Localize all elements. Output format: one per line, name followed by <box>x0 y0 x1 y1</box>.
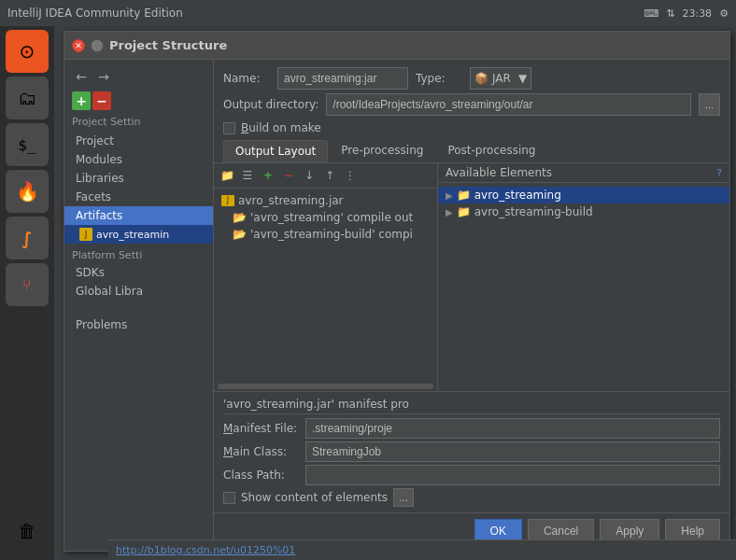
tree-scrollbar[interactable] <box>218 384 433 389</box>
manifest-title: 'avro_streaming.jar' manifest pro <box>223 398 720 414</box>
tree-remove-btn[interactable]: − <box>279 166 298 185</box>
tab-preprocessing[interactable]: Pre-processing <box>330 140 434 162</box>
main-class-row: Main Class: <box>223 441 720 462</box>
tab-output-layout[interactable]: Output Layout <box>223 140 328 162</box>
artifact-item[interactable]: J avro_streamin <box>64 225 213 244</box>
build-folder-icon: 📂 <box>233 228 247 241</box>
jar-icon: J <box>221 195 234 206</box>
status-bar: http://b1blog.csdn.net/u01250%01 <box>108 539 736 560</box>
show-content-ellipsis-btn[interactable]: ... <box>393 488 414 507</box>
content-area: 📁 ☰ + − ↓ ↑ ⋮ J avro_streaming.jar <box>214 163 729 391</box>
dialog-title-bar: ✕ Project Structure <box>64 32 729 60</box>
type-label: Type: <box>416 72 462 85</box>
forward-button[interactable]: → <box>94 67 113 86</box>
tree-item-compile-out[interactable]: 📂 'avro_streaming' compile out <box>214 209 437 226</box>
tree-more-btn[interactable]: ⋮ <box>341 166 360 185</box>
gitcola-icon: ⑂ <box>22 276 32 294</box>
sidebar-item-libraries[interactable]: Libraries <box>64 169 213 188</box>
status-url[interactable]: http://b1blog.csdn.net/u01250%01 <box>116 544 295 556</box>
terminal-icon: $_ <box>18 136 35 154</box>
jar-type-icon: 📦 <box>474 72 488 85</box>
sidebar-item-artifacts[interactable]: Artifacts <box>64 206 213 225</box>
avail-item-avro-streaming[interactable]: ▶ 📁 avro_streaming <box>438 187 729 203</box>
output-dir-label: Output directory: <box>223 98 318 111</box>
available-elements-label: Available Elements <box>446 166 552 179</box>
dialog-minimize-button[interactable] <box>91 39 104 52</box>
show-content-row: Show content of elements ... <box>223 488 720 507</box>
add-artifact-button[interactable]: + <box>72 91 91 110</box>
build-on-make-checkbox[interactable] <box>223 122 235 134</box>
taskbar: ⊙ 🗂 $_ 🔥 ∫ ⑂ 🗑 <box>0 26 54 560</box>
tree-folder-btn[interactable]: 📁 <box>218 166 236 185</box>
dropdown-arrow: ▼ <box>518 72 527 85</box>
tree-item-jar[interactable]: J avro_streaming.jar <box>214 192 437 209</box>
sidebar-item-project[interactable]: Project <box>64 132 213 150</box>
help-question-mark[interactable]: ? <box>716 167 722 179</box>
clock: 23:38 <box>682 7 712 20</box>
browse-button[interactable]: ... <box>699 93 720 116</box>
name-label: Name: <box>223 72 270 85</box>
tree-panel: 📁 ☰ + − ↓ ↑ ⋮ J avro_streaming.jar <box>214 163 438 391</box>
dialog-body: ← → + − Project Settin Project Modules L… <box>64 60 729 551</box>
tree-down-btn[interactable]: ↓ <box>300 166 318 185</box>
sidebar-item-problems[interactable]: Problems <box>64 315 213 334</box>
taskbar-intellij[interactable]: ∫ <box>6 217 49 259</box>
available-content: ▶ 📁 avro_streaming ▶ 📁 avro_streaming-bu… <box>438 183 729 391</box>
tab-postprocessing[interactable]: Post-processing <box>436 140 546 162</box>
build-on-make-row: Build on make <box>223 119 720 136</box>
manifest-file-row: Manifest File: <box>223 418 720 439</box>
tree-columns-btn[interactable]: ☰ <box>238 166 257 185</box>
manifest-file-input[interactable] <box>305 418 720 439</box>
taskbar-ubuntu[interactable]: ⊙ <box>6 30 49 73</box>
project-structure-dialog: ✕ Project Structure ← → + − Project Sett… <box>64 31 730 552</box>
firefox-icon: 🔥 <box>16 180 39 203</box>
nav-toolbar: ← → <box>64 67 213 91</box>
sidebar-item-sdks[interactable]: SDKs <box>64 263 213 282</box>
top-fields: Name: Type: 📦 JAR ▼ Output directory: ..… <box>214 60 729 140</box>
tree-add-btn[interactable]: + <box>259 166 277 185</box>
main-content: ✕ Project Structure ← → + − Project Sett… <box>54 26 736 560</box>
intellij-icon: ∫ <box>22 229 33 248</box>
available-header: Available Elements ? <box>438 163 729 183</box>
remove-artifact-button[interactable]: − <box>92 91 111 110</box>
avro-streaming-build-folder-icon: 📁 <box>457 205 471 218</box>
sidebar-item-facets[interactable]: Facets <box>64 188 213 206</box>
tree-up-btn[interactable]: ↑ <box>320 166 339 185</box>
dialog-close-button[interactable]: ✕ <box>72 39 85 52</box>
section-toolbar: + − <box>64 91 213 114</box>
title-bar-controls: ⌨ ⇅ 23:38 ⚙ <box>644 7 729 20</box>
sidebar-item-global-libraries[interactable]: Global Libra <box>64 282 213 301</box>
avro-streaming-folder-icon: 📁 <box>457 189 471 202</box>
taskbar-terminal[interactable]: $_ <box>6 123 49 166</box>
name-row: Name: Type: 📦 JAR ▼ <box>223 67 720 90</box>
trash-icon: 🗑 <box>18 520 36 542</box>
keyboard-icon: ⌨ <box>644 7 658 20</box>
taskbar-trash[interactable]: 🗑 <box>6 510 49 553</box>
show-content-checkbox[interactable] <box>223 492 235 504</box>
class-path-row: Class Path: <box>223 465 720 485</box>
output-dir-input[interactable] <box>326 93 690 116</box>
class-path-input[interactable] <box>305 465 720 485</box>
files-icon: 🗂 <box>18 87 36 109</box>
right-panel: Name: Type: 📦 JAR ▼ Output directory: ..… <box>214 60 729 551</box>
back-button[interactable]: ← <box>72 67 91 86</box>
taskbar-gitcola[interactable]: ⑂ <box>6 263 49 306</box>
network-icon: ⇅ <box>666 7 674 20</box>
available-panel: Available Elements ? ▶ 📁 avro_streaming … <box>438 163 729 391</box>
platform-settings-header: Platform Setti <box>64 244 213 263</box>
main-class-label: Main Class: <box>223 445 298 458</box>
tabs-bar: Output Layout Pre-processing Post-proces… <box>214 140 729 163</box>
type-select[interactable]: 📦 JAR ▼ <box>470 67 531 90</box>
tree-item-build-compile[interactable]: 📂 'avro_streaming-build' compi <box>214 226 437 243</box>
expand-triangle-icon: ▶ <box>446 190 453 201</box>
taskbar-files[interactable]: 🗂 <box>6 77 49 119</box>
main-class-input[interactable] <box>305 441 720 462</box>
avail-item-avro-streaming-build[interactable]: ▶ 📁 avro_streaming-build <box>438 203 729 220</box>
show-content-label: Show content of elements <box>241 491 388 504</box>
name-input[interactable] <box>277 67 408 90</box>
ubuntu-icon: ⊙ <box>20 40 35 63</box>
taskbar-firefox[interactable]: 🔥 <box>6 170 49 213</box>
settings-icon: ⚙ <box>719 7 729 20</box>
build-on-make-label: Build on make <box>241 121 321 134</box>
sidebar-item-modules[interactable]: Modules <box>64 150 213 169</box>
